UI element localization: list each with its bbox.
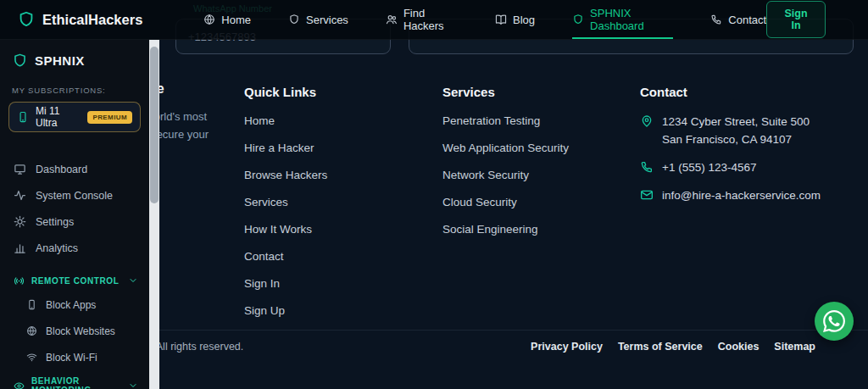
list-item: How It Works: [244, 221, 327, 236]
address-line-1: 1234 Cyber Street, Suite 500: [662, 113, 810, 131]
sidebar-item-label: Block Wi-Fi: [46, 352, 97, 364]
privacy-policy-link[interactable]: Privacy Policy: [531, 341, 603, 353]
globe-icon: [203, 14, 215, 25]
bar-chart-icon: [14, 242, 26, 254]
list-item: Browse Hackers: [244, 167, 327, 182]
contact-phone: +1 (555) 123-4567: [640, 158, 856, 176]
sidebar-item-block-apps[interactable]: Block Apps: [0, 292, 149, 318]
list-item: Web Application Security: [442, 140, 569, 155]
subscription-device-name: Mi 11 Ultra: [36, 105, 81, 129]
footer-link-how-it-works[interactable]: How It Works: [244, 223, 312, 236]
nav-item-blog[interactable]: Blog: [495, 0, 535, 39]
nav-item-find-hackers[interactable]: Find Hackers: [386, 0, 458, 39]
services-heading: Services: [442, 85, 569, 99]
legal-links: Privacy Policy Terms of Service Cookies …: [531, 341, 815, 353]
sitemap-link[interactable]: Sitemap: [774, 341, 815, 353]
footer-link-cloud-security[interactable]: Cloud Security: [442, 196, 517, 208]
nav-item-label: Home: [221, 14, 251, 26]
footer-link-penetration-testing[interactable]: Penetration Testing: [442, 114, 540, 127]
sidebar-item-label: Settings: [36, 216, 74, 228]
book-icon: [495, 14, 507, 25]
scrollbar-thumb[interactable]: [150, 47, 159, 203]
broadcast-icon: [14, 275, 25, 286]
footer-link-browse-hackers[interactable]: Browse Hackers: [244, 169, 327, 181]
sidebar-brand-name: SPHNIX: [35, 53, 85, 68]
sphnix-sidebar: SPHNIX MY SUBSCRIPTIONS: Mi 11 Ultra PRE…: [0, 40, 149, 389]
brand-logo[interactable]: EthicalHackers: [17, 10, 142, 29]
whatsapp-fab-button[interactable]: [815, 302, 854, 341]
nav-item-label: Services: [306, 14, 348, 26]
nav-item-home[interactable]: Home: [203, 0, 251, 39]
sidebar-item-system-console[interactable]: System Console: [0, 182, 149, 208]
page: WhatsApp Number Hire a Hacker Service Co…: [0, 0, 868, 389]
address-line-2: San Francisco, CA 94107: [662, 131, 810, 148]
sidebar-item-analytics[interactable]: Analytics: [0, 235, 149, 261]
nav-menu: Home Services Find Hackers Blog SPHNIX D…: [203, 0, 766, 39]
section-label: REMOTE CONTROL: [31, 276, 119, 286]
section-label: BEHAVIOR MONITORING: [31, 376, 121, 389]
footer-link-social-engineering[interactable]: Social Engineering: [442, 223, 538, 236]
contact-heading: Contact: [640, 85, 856, 99]
users-icon: [386, 14, 398, 25]
footer-link-home[interactable]: Home: [244, 114, 275, 127]
footer-link-sign-in[interactable]: Sign In: [244, 277, 280, 290]
nav-item-label: SPHNIX Dashboard: [590, 7, 673, 32]
whatsapp-icon: [823, 310, 845, 332]
monitor-icon: [14, 163, 26, 175]
contact-email: info@hire-a-hackerservice.com: [640, 186, 856, 204]
sidebar-brand: SPHNIX: [0, 40, 149, 69]
list-item: Penetration Testing: [442, 113, 569, 128]
my-subscriptions-heading: MY SUBSCRIPTIONS:: [12, 86, 137, 95]
nav-item-services[interactable]: Services: [288, 0, 348, 39]
sign-in-button[interactable]: Sign In: [766, 1, 826, 38]
list-item: Contact: [244, 248, 327, 264]
sidebar-item-label: System Console: [36, 190, 113, 202]
footer-link-sign-up[interactable]: Sign Up: [244, 304, 285, 317]
chevron-down-icon: [128, 275, 138, 286]
sidebar-scrollbar[interactable]: [149, 40, 159, 389]
list-item: Network Security: [442, 167, 569, 182]
list-item: Social Engineering: [442, 221, 569, 236]
smartphone-icon: [26, 299, 37, 310]
shield-icon: [572, 14, 584, 25]
sidebar-section-behavior-monitoring[interactable]: BEHAVIOR MONITORING: [0, 375, 149, 389]
sidebar-item-block-websites[interactable]: Block Websites: [0, 318, 149, 344]
terms-of-service-link[interactable]: Terms of Service: [618, 341, 703, 353]
footer-quick-links-column: Quick Links Home Hire a Hacker Browse Ha…: [244, 85, 327, 330]
phone-number: +1 (555) 123-4567: [662, 158, 756, 176]
location-pin-icon: [640, 114, 654, 128]
sidebar-item-settings[interactable]: Settings: [0, 208, 149, 235]
sidebar-section-remote-control[interactable]: REMOTE CONTROL: [0, 270, 149, 292]
list-item: Hire a Hacker: [244, 140, 327, 155]
footer-contact-column: Contact 1234 Cyber Street, Suite 500 San…: [640, 85, 856, 214]
sidebar-item-block-wifi[interactable]: Block Wi-Fi: [0, 344, 149, 370]
chevron-down-icon: [128, 381, 138, 389]
footer-link-network-security[interactable]: Network Security: [442, 169, 529, 181]
phone-icon: [710, 14, 722, 25]
subscription-card[interactable]: Mi 11 Ultra PREMIUM: [8, 102, 141, 132]
footer-link-hire-a-hacker[interactable]: Hire a Hacker: [244, 142, 314, 154]
footer-link-web-application-security[interactable]: Web Application Security: [442, 142, 569, 154]
premium-badge: PREMIUM: [87, 111, 132, 124]
shield-icon: [12, 53, 28, 69]
footer-link-contact[interactable]: Contact: [244, 250, 284, 263]
sidebar-item-dashboard[interactable]: Dashboard: [0, 156, 149, 182]
footer-link-services[interactable]: Services: [244, 196, 288, 208]
nav-item-label: Contact: [728, 14, 766, 26]
sidebar-item-label: Block Apps: [46, 299, 96, 311]
nav-item-sphnix-dashboard[interactable]: SPHNIX Dashboard: [572, 0, 673, 39]
gear-icon: [14, 215, 26, 228]
list-item: Home: [244, 113, 327, 128]
list-item: Sign Up: [244, 303, 327, 318]
cookies-link[interactable]: Cookies: [718, 341, 760, 353]
shield-icon: [17, 10, 36, 29]
contact-address: 1234 Cyber Street, Suite 500 San Francis…: [640, 113, 856, 148]
nav-item-contact[interactable]: Contact: [710, 0, 766, 39]
nav-item-label: Find Hackers: [403, 7, 458, 32]
sidebar-item-label: Block Websites: [46, 325, 115, 337]
brand-name: EthicalHackers: [42, 12, 142, 28]
email-address[interactable]: info@hire-a-hackerservice.com: [662, 186, 821, 204]
shield-icon: [288, 14, 300, 25]
sidebar-menu: Dashboard System Console Settings Analyt…: [0, 156, 149, 261]
nav-item-label: Blog: [513, 14, 535, 26]
